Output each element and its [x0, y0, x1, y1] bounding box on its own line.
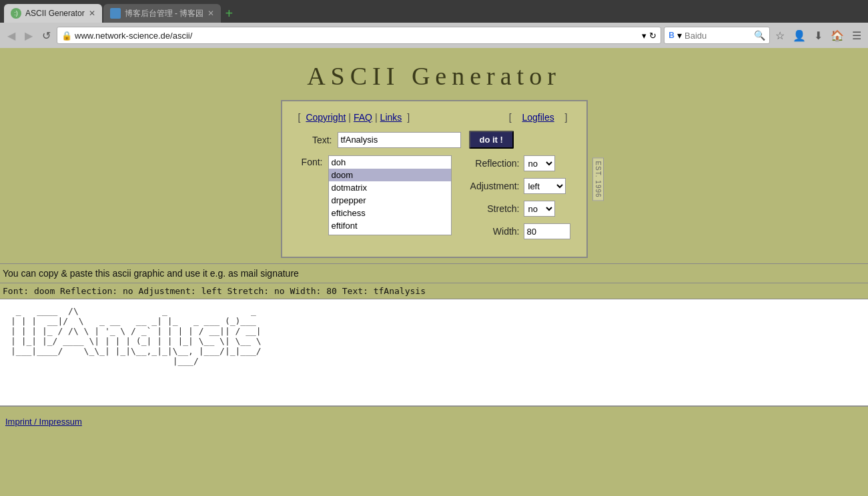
- nav-links: [ Copyright | FAQ | Links ] [ Logfiles ]: [296, 112, 573, 123]
- logfiles-link[interactable]: Logfiles: [522, 112, 554, 123]
- links-link[interactable]: Links: [380, 112, 402, 123]
- search-box[interactable]: B ▾ 🔍: [664, 27, 770, 44]
- right-bracket2: ]: [565, 112, 568, 123]
- sep1: |: [348, 112, 351, 123]
- font-item-doom[interactable]: doom: [329, 169, 451, 181]
- stretch-label: Stretch:: [460, 203, 520, 214]
- download-button[interactable]: ⬇: [811, 28, 825, 43]
- tab-icon-ascii: :): [11, 8, 21, 19]
- back-button[interactable]: ◀: [4, 28, 19, 43]
- footer: Imprint / Impressum: [0, 407, 868, 436]
- info-bar: You can copy & paste this ascii graphic …: [0, 263, 868, 283]
- tab-close-blog[interactable]: ✕: [207, 9, 214, 18]
- font-item-dotmatrix[interactable]: dotmatrix: [329, 181, 451, 194]
- font-item-drpepper[interactable]: drpepper: [329, 194, 451, 207]
- adjustment-select[interactable]: left center right: [524, 178, 566, 194]
- font-label: Font:: [296, 157, 323, 167]
- text-row: Text: do it !: [296, 131, 573, 149]
- ascii-art-area: _ ____ /\ _ _ | | | __|/ \ _ __ __ _| |_…: [0, 299, 868, 406]
- width-row: Width:: [460, 223, 573, 239]
- ascii-art-content: _ ____ /\ _ _ | | | __|/ \ _ __ __ _| |_…: [11, 306, 262, 366]
- address-text: www.network-science.de/ascii/: [75, 31, 639, 41]
- adjustment-label: Adjustment:: [460, 181, 520, 191]
- options-panel: Reflection: no yes Adjustment: left cent…: [460, 155, 573, 239]
- copyright-link[interactable]: Copyright: [306, 112, 346, 123]
- user-button[interactable]: 👤: [790, 28, 809, 43]
- reflection-row: Reflection: no yes: [460, 155, 573, 171]
- do-it-button[interactable]: do it !: [469, 131, 514, 149]
- sep2: |: [375, 112, 378, 123]
- font-item-eftifont[interactable]: eftifont: [329, 219, 451, 232]
- width-label: Width:: [460, 226, 520, 237]
- right-nav: [ Logfiles ]: [506, 112, 570, 123]
- imprint-link[interactable]: Imprint / Impressum: [5, 417, 82, 427]
- address-bar[interactable]: 🔒 www.network-science.de/ascii/ ▾ ↻: [57, 27, 661, 44]
- font-options-row: Font: doh doom dotmatrix drpepper eftich…: [296, 155, 573, 239]
- tab-bar: :) ASCII Generator ✕ 博客后台管理 - 博客园 ✕ +: [0, 0, 868, 23]
- tab-label-blog: 博客后台管理 - 博客园: [125, 8, 204, 19]
- font-list-container: doh doom dotmatrix drpepper eftichess ef…: [328, 155, 452, 235]
- nav-bar: ◀ ▶ ↺ 🔒 www.network-science.de/ascii/ ▾ …: [0, 23, 868, 48]
- faq-link[interactable]: FAQ: [354, 112, 372, 123]
- page-content: ASCII Generator [ Copyright | FAQ | Link…: [0, 48, 868, 448]
- reflection-select[interactable]: no yes: [524, 155, 555, 171]
- info-text: You can copy & paste this ascii graphic …: [3, 268, 299, 279]
- search-engine-icon: B: [669, 31, 675, 40]
- meta-bar: Font: doom Reflection: no Adjustment: le…: [0, 283, 868, 299]
- text-label: Text:: [296, 135, 332, 145]
- menu-button[interactable]: ☰: [849, 28, 864, 43]
- search-input[interactable]: [685, 31, 751, 41]
- search-icon[interactable]: 🔍: [754, 30, 765, 41]
- text-input[interactable]: [338, 132, 461, 148]
- page-title: ASCII Generator: [0, 48, 868, 97]
- reflection-label: Reflection:: [460, 158, 520, 169]
- tab-blog[interactable]: 博客后台管理 - 博客园 ✕: [103, 4, 222, 23]
- reload-icon: ↻: [649, 31, 657, 41]
- font-item-eftichess[interactable]: eftichess: [329, 207, 451, 219]
- stretch-row: Stretch: no yes: [460, 201, 573, 217]
- left-bracket: [: [298, 112, 301, 123]
- refresh-button[interactable]: ↺: [39, 28, 54, 43]
- font-item-eftipiti[interactable]: eftipiti: [329, 232, 451, 235]
- font-list[interactable]: doh doom dotmatrix drpepper eftichess ef…: [328, 155, 452, 235]
- dropdown-icon: ▾: [642, 31, 646, 41]
- bookmark-star-button[interactable]: ☆: [773, 28, 787, 43]
- home-button[interactable]: 🏠: [828, 28, 847, 43]
- form-box: [ Copyright | FAQ | Links ] [ Logfiles ]: [281, 100, 588, 258]
- meta-text: Font: doom Reflection: no Adjustment: le…: [3, 286, 426, 296]
- add-tab-button[interactable]: +: [225, 7, 233, 20]
- lock-icon: 🔒: [61, 31, 72, 41]
- right-bracket: ]: [407, 112, 410, 123]
- font-item-doh[interactable]: doh: [329, 156, 451, 169]
- stretch-select[interactable]: no yes: [524, 201, 555, 217]
- width-input[interactable]: [524, 223, 570, 239]
- forward-button[interactable]: ▶: [21, 28, 36, 43]
- tab-label-ascii: ASCII Generator: [25, 9, 85, 18]
- tab-close-ascii[interactable]: ✕: [89, 9, 95, 18]
- adjustment-row: Adjustment: left center right: [460, 178, 573, 194]
- tab-ascii-generator[interactable]: :) ASCII Generator ✕: [4, 4, 102, 23]
- search-engine-dropdown: ▾: [677, 30, 682, 41]
- tab-icon-blog: [110, 8, 121, 19]
- left-bracket2: [: [509, 112, 512, 123]
- browser-chrome: :) ASCII Generator ✕ 博客后台管理 - 博客园 ✕ + ◀ …: [0, 0, 868, 48]
- est-badge: EST. 1996: [592, 157, 604, 201]
